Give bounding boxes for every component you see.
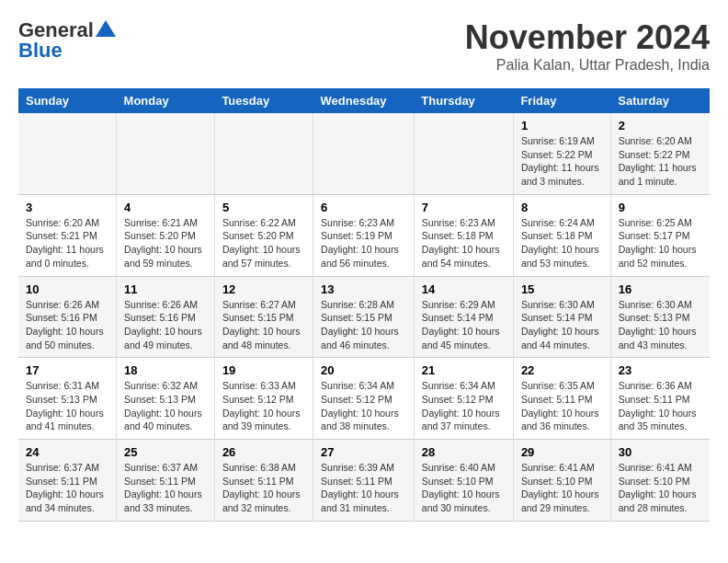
weekday-header: Tuesday (214, 88, 313, 113)
day-number: 26 (222, 445, 305, 459)
day-info: Sunrise: 6:32 AM Sunset: 5:13 PM Dayligh… (124, 380, 202, 431)
calendar-cell: 14Sunrise: 6:29 AM Sunset: 5:14 PM Dayli… (414, 276, 513, 358)
weekday-header: Friday (513, 88, 610, 113)
day-info: Sunrise: 6:26 AM Sunset: 5:16 PM Dayligh… (124, 299, 202, 350)
day-number: 14 (422, 282, 506, 296)
day-number: 24 (26, 445, 108, 459)
calendar-cell: 7Sunrise: 6:23 AM Sunset: 5:18 PM Daylig… (414, 194, 513, 276)
weekday-header: Sunday (18, 88, 117, 113)
calendar-table: SundayMondayTuesdayWednesdayThursdayFrid… (18, 88, 710, 522)
month-title: November 2024 (465, 18, 710, 57)
location-title: Palia Kalan, Uttar Pradesh, India (465, 57, 710, 74)
day-info: Sunrise: 6:19 AM Sunset: 5:22 PM Dayligh… (521, 135, 599, 187)
calendar-cell: 9Sunrise: 6:25 AM Sunset: 5:17 PM Daylig… (610, 194, 710, 276)
day-number: 13 (321, 282, 406, 296)
calendar-cell: 12Sunrise: 6:27 AM Sunset: 5:15 PM Dayli… (214, 276, 313, 358)
calendar-cell: 2Sunrise: 6:20 AM Sunset: 5:22 PM Daylig… (610, 113, 710, 194)
day-info: Sunrise: 6:39 AM Sunset: 5:11 PM Dayligh… (321, 462, 399, 513)
calendar-cell (313, 113, 415, 194)
day-number: 29 (521, 445, 603, 459)
calendar-cell: 10Sunrise: 6:26 AM Sunset: 5:16 PM Dayli… (18, 276, 117, 358)
day-number: 15 (521, 282, 603, 296)
day-number: 10 (26, 282, 108, 296)
calendar-cell (414, 113, 513, 194)
day-number: 27 (321, 445, 406, 459)
day-info: Sunrise: 6:31 AM Sunset: 5:13 PM Dayligh… (26, 380, 104, 431)
day-number: 25 (124, 445, 207, 459)
calendar-cell: 4Sunrise: 6:21 AM Sunset: 5:20 PM Daylig… (117, 194, 215, 276)
day-info: Sunrise: 6:26 AM Sunset: 5:16 PM Dayligh… (26, 299, 104, 350)
calendar-cell: 19Sunrise: 6:33 AM Sunset: 5:12 PM Dayli… (214, 358, 313, 440)
day-info: Sunrise: 6:22 AM Sunset: 5:20 PM Dayligh… (222, 217, 301, 269)
day-info: Sunrise: 6:20 AM Sunset: 5:22 PM Dayligh… (619, 135, 697, 187)
title-section: November 2024 Palia Kalan, Uttar Pradesh… (465, 18, 710, 74)
calendar-cell (18, 113, 117, 194)
calendar-week-row: 3Sunrise: 6:20 AM Sunset: 5:21 PM Daylig… (18, 194, 710, 276)
day-info: Sunrise: 6:40 AM Sunset: 5:10 PM Dayligh… (422, 462, 500, 513)
day-number: 23 (619, 363, 702, 377)
day-info: Sunrise: 6:23 AM Sunset: 5:18 PM Dayligh… (422, 217, 500, 269)
calendar-cell (117, 113, 215, 194)
calendar-cell (214, 113, 313, 194)
calendar-cell: 18Sunrise: 6:32 AM Sunset: 5:13 PM Dayli… (117, 358, 215, 440)
calendar-cell: 8Sunrise: 6:24 AM Sunset: 5:18 PM Daylig… (513, 194, 610, 276)
day-number: 2 (619, 119, 702, 132)
day-number: 7 (422, 201, 506, 214)
day-number: 8 (521, 201, 603, 214)
day-info: Sunrise: 6:30 AM Sunset: 5:14 PM Dayligh… (521, 299, 599, 350)
day-info: Sunrise: 6:35 AM Sunset: 5:11 PM Dayligh… (521, 380, 599, 431)
day-info: Sunrise: 6:38 AM Sunset: 5:11 PM Dayligh… (222, 462, 301, 513)
calendar-cell: 28Sunrise: 6:40 AM Sunset: 5:10 PM Dayli… (414, 440, 513, 522)
calendar-cell: 26Sunrise: 6:38 AM Sunset: 5:11 PM Dayli… (214, 440, 313, 522)
svg-marker-0 (96, 20, 116, 37)
day-number: 1 (521, 119, 603, 132)
calendar-cell: 30Sunrise: 6:41 AM Sunset: 5:10 PM Dayli… (610, 440, 710, 522)
day-number: 16 (619, 282, 702, 296)
day-info: Sunrise: 6:24 AM Sunset: 5:18 PM Dayligh… (521, 217, 599, 269)
day-number: 11 (124, 282, 207, 296)
day-number: 28 (422, 445, 506, 459)
calendar-cell: 13Sunrise: 6:28 AM Sunset: 5:15 PM Dayli… (313, 276, 415, 358)
calendar-cell: 15Sunrise: 6:30 AM Sunset: 5:14 PM Dayli… (513, 276, 610, 358)
day-info: Sunrise: 6:20 AM Sunset: 5:21 PM Dayligh… (26, 217, 104, 269)
day-info: Sunrise: 6:34 AM Sunset: 5:12 PM Dayligh… (422, 380, 500, 431)
day-number: 5 (222, 201, 305, 214)
day-number: 19 (222, 363, 305, 377)
day-info: Sunrise: 6:29 AM Sunset: 5:14 PM Dayligh… (422, 299, 500, 350)
weekday-header: Saturday (610, 88, 710, 113)
day-info: Sunrise: 6:41 AM Sunset: 5:10 PM Dayligh… (619, 462, 697, 513)
day-info: Sunrise: 6:41 AM Sunset: 5:10 PM Dayligh… (521, 462, 599, 513)
weekday-header: Thursday (414, 88, 513, 113)
calendar-cell: 20Sunrise: 6:34 AM Sunset: 5:12 PM Dayli… (313, 358, 415, 440)
day-number: 18 (124, 363, 207, 377)
calendar-cell: 23Sunrise: 6:36 AM Sunset: 5:11 PM Dayli… (610, 358, 710, 440)
calendar-cell: 25Sunrise: 6:37 AM Sunset: 5:11 PM Dayli… (117, 440, 215, 522)
calendar-week-row: 24Sunrise: 6:37 AM Sunset: 5:11 PM Dayli… (18, 440, 710, 522)
calendar-cell: 16Sunrise: 6:30 AM Sunset: 5:13 PM Dayli… (610, 276, 710, 358)
day-info: Sunrise: 6:36 AM Sunset: 5:11 PM Dayligh… (619, 380, 697, 431)
calendar-cell: 27Sunrise: 6:39 AM Sunset: 5:11 PM Dayli… (313, 440, 415, 522)
weekday-header: Wednesday (313, 88, 415, 113)
logo-blue: Blue (18, 39, 63, 63)
calendar-week-row: 10Sunrise: 6:26 AM Sunset: 5:16 PM Dayli… (18, 276, 710, 358)
calendar-cell: 29Sunrise: 6:41 AM Sunset: 5:10 PM Dayli… (513, 440, 610, 522)
day-number: 9 (619, 201, 702, 214)
day-number: 6 (321, 201, 406, 214)
day-info: Sunrise: 6:30 AM Sunset: 5:13 PM Dayligh… (619, 299, 697, 350)
calendar-cell: 24Sunrise: 6:37 AM Sunset: 5:11 PM Dayli… (18, 440, 117, 522)
calendar-cell: 22Sunrise: 6:35 AM Sunset: 5:11 PM Dayli… (513, 358, 610, 440)
day-info: Sunrise: 6:23 AM Sunset: 5:19 PM Dayligh… (321, 217, 399, 269)
day-info: Sunrise: 6:25 AM Sunset: 5:17 PM Dayligh… (619, 217, 697, 269)
day-number: 20 (321, 363, 406, 377)
calendar-cell: 21Sunrise: 6:34 AM Sunset: 5:12 PM Dayli… (414, 358, 513, 440)
day-info: Sunrise: 6:28 AM Sunset: 5:15 PM Dayligh… (321, 299, 399, 350)
calendar-cell: 3Sunrise: 6:20 AM Sunset: 5:21 PM Daylig… (18, 194, 117, 276)
weekday-header: Monday (117, 88, 215, 113)
day-info: Sunrise: 6:37 AM Sunset: 5:11 PM Dayligh… (26, 462, 104, 513)
day-number: 22 (521, 363, 603, 377)
day-number: 30 (619, 445, 702, 459)
logo: General Blue (18, 18, 116, 63)
calendar-header-row: SundayMondayTuesdayWednesdayThursdayFrid… (18, 88, 710, 113)
day-info: Sunrise: 6:33 AM Sunset: 5:12 PM Dayligh… (222, 380, 301, 431)
calendar-cell: 1Sunrise: 6:19 AM Sunset: 5:22 PM Daylig… (513, 113, 610, 194)
